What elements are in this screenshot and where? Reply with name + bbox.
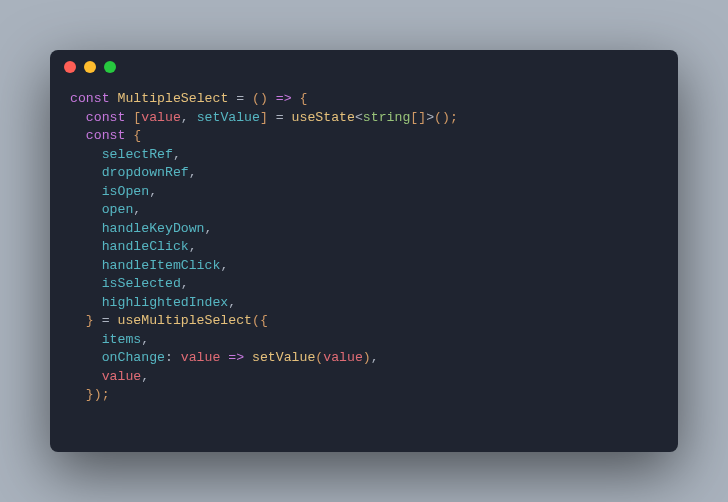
brace-open: { — [125, 128, 141, 143]
fn-usemultipleselect: useMultipleSelect — [117, 313, 252, 328]
type-array: [] — [410, 110, 426, 125]
comma: , — [220, 258, 228, 273]
fn-setvalue: setValue — [252, 350, 315, 365]
minimize-icon[interactable] — [84, 61, 96, 73]
bracket: [ — [125, 110, 141, 125]
comma: , — [189, 239, 197, 254]
type-string: string — [363, 110, 410, 125]
eq: = — [228, 91, 252, 106]
brace-close: } — [86, 313, 102, 328]
kw-const: const — [86, 128, 126, 143]
prop-items: items — [102, 332, 142, 347]
destructure-item: dropdownRef — [102, 165, 189, 180]
call-close: }); — [86, 387, 110, 402]
call-open: ({ — [252, 313, 268, 328]
bracket: ] — [260, 110, 276, 125]
prop-onchange: onChange — [102, 350, 165, 365]
titlebar — [50, 50, 678, 84]
destructure-item: highlightedIndex — [102, 295, 229, 310]
component-name: MultipleSelect — [118, 91, 229, 106]
fn-usestate: useState — [292, 110, 355, 125]
zoom-icon[interactable] — [104, 61, 116, 73]
colon: : — [165, 350, 181, 365]
prop-value: value — [102, 369, 142, 384]
close-icon[interactable] — [64, 61, 76, 73]
comma: , — [141, 332, 149, 347]
comma: , — [371, 350, 379, 365]
destructure-item: handleClick — [102, 239, 189, 254]
paren-close: ) — [363, 350, 371, 365]
eq: = — [102, 313, 118, 328]
gt: > — [426, 110, 434, 125]
comma: , — [181, 276, 189, 291]
destructure-item: open — [102, 202, 134, 217]
parens: () — [252, 91, 268, 106]
destructure-item: isOpen — [102, 184, 149, 199]
call: (); — [434, 110, 458, 125]
comma: , — [173, 147, 181, 162]
lt: < — [355, 110, 363, 125]
eq: = — [276, 110, 292, 125]
destructure-item: isSelected — [102, 276, 181, 291]
var-value: value — [141, 110, 181, 125]
destructure-item: handleKeyDown — [102, 221, 205, 236]
arg-value: value — [323, 350, 363, 365]
destructure-item: handleItemClick — [102, 258, 221, 273]
code-block: const MultipleSelect = () => { const [va… — [50, 84, 678, 423]
comma: , — [181, 110, 197, 125]
kw-const: const — [70, 91, 110, 106]
kw-const: const — [86, 110, 126, 125]
comma: , — [205, 221, 213, 236]
arrow: => — [268, 91, 300, 106]
var-setvalue: setValue — [197, 110, 260, 125]
brace-open: { — [300, 91, 308, 106]
code-window: const MultipleSelect = () => { const [va… — [50, 50, 678, 452]
comma: , — [133, 202, 141, 217]
comma: , — [149, 184, 157, 199]
arg-value: value — [181, 350, 221, 365]
comma: , — [228, 295, 236, 310]
comma: , — [141, 369, 149, 384]
comma: , — [189, 165, 197, 180]
destructure-item: selectRef — [102, 147, 173, 162]
arrow: => — [220, 350, 252, 365]
